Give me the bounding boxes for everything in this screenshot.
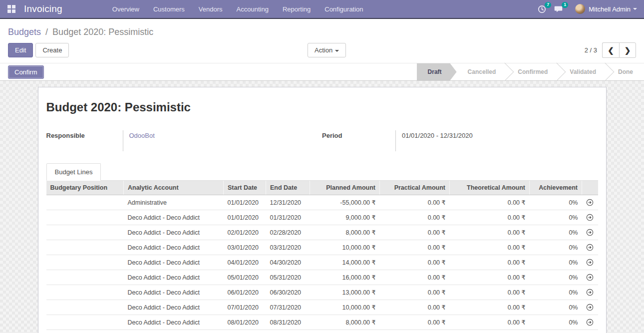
start-date-cell: 08/01/2020: [224, 315, 266, 330]
chevron-down-icon: [633, 8, 637, 10]
user-name: Mitchell Admin: [589, 5, 631, 13]
open-record-icon[interactable]: [582, 300, 598, 315]
budget-line-row[interactable]: Deco Addict - Deco Addict01/01/202001/31…: [46, 210, 598, 225]
pager-next-button[interactable]: ❯: [619, 42, 636, 58]
start-date-cell: 01/01/2020: [224, 210, 266, 225]
analytic-account-cell: Deco Addict - Deco Addict: [124, 300, 224, 315]
app-brand[interactable]: Invoicing: [23, 3, 69, 14]
tab-budget-lines[interactable]: Budget Lines: [46, 163, 101, 181]
internal-link-icon: [586, 274, 594, 281]
grid-icon: [7, 5, 15, 13]
user-menu[interactable]: Mitchell Admin: [575, 4, 637, 14]
open-record-icon[interactable]: [582, 315, 598, 330]
nav-item-customers[interactable]: Customers: [146, 0, 192, 18]
budget-line-row[interactable]: Deco Addict - Deco Addict02/01/202002/28…: [46, 225, 598, 240]
budgetary-position-cell: [46, 195, 124, 210]
chevron-down-icon: [335, 50, 339, 52]
pager-counter: 2 / 3: [585, 46, 597, 54]
open-record-icon[interactable]: [582, 225, 598, 240]
analytic-account-cell: Deco Addict - Deco Addict: [124, 270, 224, 285]
planned-amount-cell: 10,000.00 ₹: [310, 240, 380, 255]
status-step-done[interactable]: Done: [607, 63, 644, 80]
theoretical-amount-cell: 0.00 ₹: [450, 210, 530, 225]
nav-item-configuration[interactable]: Configuration: [318, 0, 370, 18]
action-dropdown-button[interactable]: Action: [308, 43, 346, 57]
open-record-icon[interactable]: [582, 270, 598, 285]
responsible-value[interactable]: OdooBot: [123, 130, 322, 151]
pager-previous-button[interactable]: ❮: [602, 42, 619, 58]
activities-button[interactable]: 7: [533, 0, 550, 18]
systray: 7 1 Mitchell Admin: [533, 0, 644, 18]
budgetary-position-cell: [46, 315, 124, 330]
practical-amount-cell: 0.00 ₹: [380, 210, 450, 225]
nav-item-overview[interactable]: Overview: [105, 0, 146, 18]
internal-link-icon: [586, 304, 594, 311]
open-record-icon[interactable]: [582, 195, 598, 210]
planned-amount-cell: 10,000.00 ₹: [310, 300, 380, 315]
status-step-validated[interactable]: Validated: [559, 63, 607, 80]
budget-line-row[interactable]: Deco Addict - Deco Addict04/01/202004/30…: [46, 255, 598, 270]
internal-link-icon: [586, 244, 594, 251]
budget-line-row[interactable]: Deco Addict - Deco Addict09/01/202009/30…: [46, 330, 598, 333]
open-record-icon[interactable]: [582, 285, 598, 300]
open-record-icon[interactable]: [582, 210, 598, 225]
message-badge: 1: [562, 2, 568, 8]
messages-button[interactable]: 1: [550, 0, 567, 18]
budget-line-row[interactable]: Deco Addict - Deco Addict06/01/202006/30…: [46, 285, 598, 300]
form-sheet: Budget 2020: Pessimistic Responsible Odo…: [38, 87, 607, 333]
planned-amount-cell: -55,000.00 ₹: [310, 195, 380, 210]
breadcrumb-current: Budget 2020: Pessimistic: [52, 27, 153, 37]
budget-line-row[interactable]: Deco Addict - Deco Addict03/01/202003/31…: [46, 240, 598, 255]
status-step-cancelled[interactable]: Cancelled: [457, 63, 507, 80]
col-header-end-date[interactable]: End Date: [266, 181, 310, 195]
analytic-account-cell: Deco Addict - Deco Addict: [124, 255, 224, 270]
period-label: Period: [322, 130, 395, 151]
analytic-account-cell: Deco Addict - Deco Addict: [124, 225, 224, 240]
planned-amount-cell: 9,000.00 ₹: [310, 210, 380, 225]
nav-item-reporting[interactable]: Reporting: [276, 0, 318, 18]
status-step-confirmed[interactable]: Confirmed: [507, 63, 559, 80]
budgetary-position-cell: [46, 225, 124, 240]
tab-nav: Budget Lines: [46, 163, 598, 181]
budget-line-row[interactable]: Deco Addict - Deco Addict07/01/202007/31…: [46, 300, 598, 315]
apps-menu-icon[interactable]: [0, 0, 23, 18]
budgetary-position-cell: [46, 270, 124, 285]
status-step-draft[interactable]: Draft: [417, 63, 457, 80]
nav-item-vendors[interactable]: Vendors: [192, 0, 230, 18]
confirm-button[interactable]: Confirm: [8, 65, 44, 79]
budget-line-row[interactable]: Deco Addict - Deco Addict08/01/202008/31…: [46, 315, 598, 330]
record-title: Budget 2020: Pessimistic: [46, 100, 598, 114]
end-date-cell: 07/31/2020: [266, 300, 310, 315]
table-header-row: Budgetary PositionAnalytic AccountStart …: [46, 181, 598, 195]
start-date-cell: 06/01/2020: [224, 285, 266, 300]
breadcrumb-separator: /: [43, 27, 50, 37]
breadcrumb-budgets-link[interactable]: Budgets: [8, 27, 41, 37]
internal-link-icon: [586, 214, 594, 221]
nav-item-accounting[interactable]: Accounting: [230, 0, 276, 18]
theoretical-amount-cell: 0.00 ₹: [450, 195, 530, 210]
col-header-budgetary-position[interactable]: Budgetary Position: [46, 181, 124, 195]
top-navbar: Invoicing OverviewCustomersVendorsAccoun…: [0, 0, 644, 19]
col-header-start-date[interactable]: Start Date: [224, 181, 266, 195]
open-record-icon[interactable]: [582, 240, 598, 255]
col-header-practical-amount[interactable]: Practical Amount: [380, 181, 450, 195]
achievement-cell: 0%: [530, 285, 582, 300]
practical-amount-cell: 0.00 ₹: [380, 225, 450, 240]
practical-amount-cell: 0.00 ₹: [380, 315, 450, 330]
col-header-analytic-account[interactable]: Analytic Account: [124, 181, 224, 195]
responsible-label: Responsible: [46, 130, 123, 151]
budget-line-row[interactable]: Administrative01/01/202012/31/2020-55,00…: [46, 195, 598, 210]
create-button[interactable]: Create: [35, 43, 69, 57]
achievement-cell: 0%: [530, 225, 582, 240]
col-header-planned-amount[interactable]: Planned Amount: [310, 181, 380, 195]
col-header-theoretical-amount[interactable]: Theoretical Amount: [450, 181, 530, 195]
edit-button[interactable]: Edit: [8, 43, 33, 57]
start-date-cell: 07/01/2020: [224, 300, 266, 315]
budget-line-row[interactable]: Deco Addict - Deco Addict05/01/202005/31…: [46, 270, 598, 285]
col-header-achievement[interactable]: Achievement: [530, 181, 582, 195]
open-record-icon[interactable]: [582, 330, 598, 333]
end-date-cell: 01/31/2020: [266, 210, 310, 225]
control-panel: Budgets / Budget 2020: Pessimistic Edit …: [0, 19, 644, 63]
open-record-icon[interactable]: [582, 255, 598, 270]
statusbar-steps: DraftCancelledConfirmedValidatedDone: [417, 63, 644, 80]
